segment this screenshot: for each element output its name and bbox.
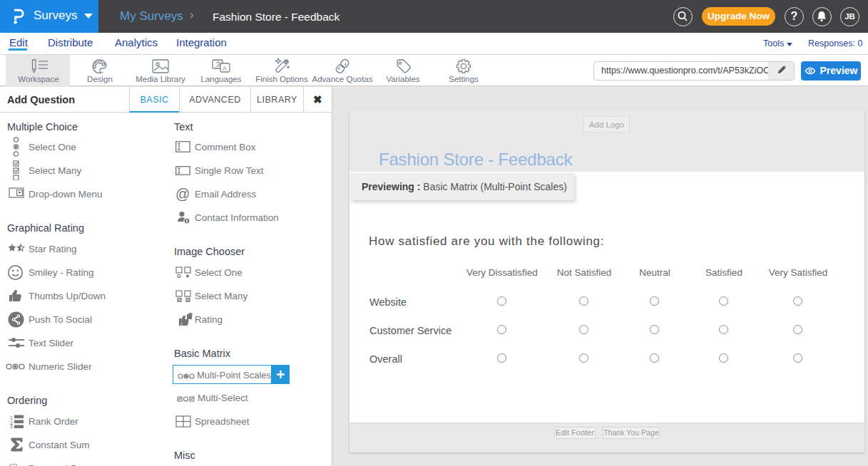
svg-text:1: 1 bbox=[10, 415, 13, 420]
svg-text:A: A bbox=[223, 65, 227, 72]
svg-text:@: @ bbox=[175, 187, 190, 202]
svg-text:3: 3 bbox=[10, 424, 13, 428]
